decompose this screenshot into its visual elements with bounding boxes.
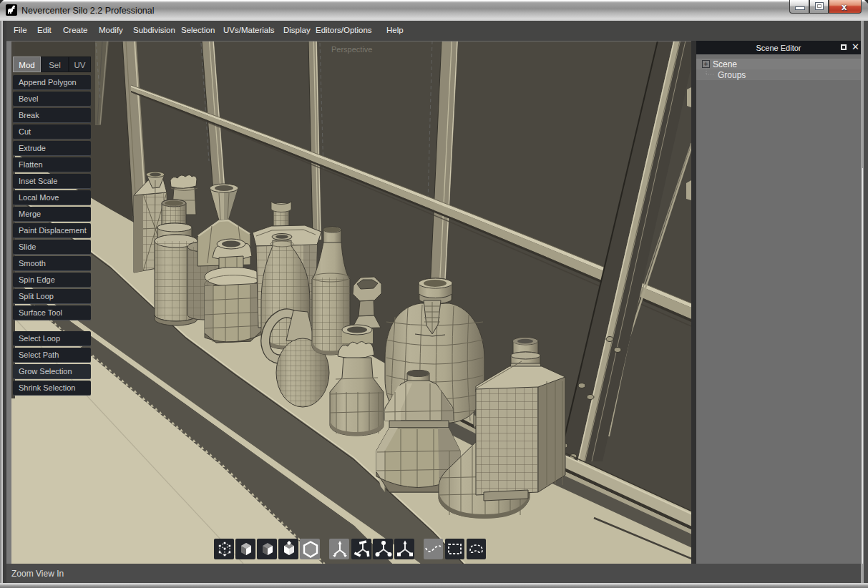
svg-text:Perspective: Perspective	[331, 45, 372, 54]
